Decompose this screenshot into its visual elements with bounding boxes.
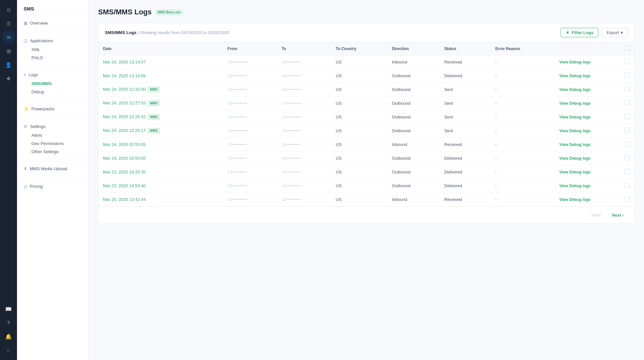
row-select-checkbox[interactable]: [625, 100, 630, 105]
sidebar-item-sms-mms[interactable]: SMS/MMS: [17, 80, 89, 88]
main-content: SMS/MMS Logs MMS Beta Live SMS/MMS Logs …: [89, 0, 644, 360]
row-select-checkbox[interactable]: [625, 169, 630, 174]
table-row: Mar 23, 2020 18:20:3513••••••••••14•••••…: [98, 165, 635, 179]
view-debug-link[interactable]: View Debug logs: [559, 184, 591, 188]
cell-status: Received: [440, 138, 491, 152]
view-debug-link[interactable]: View Debug logs: [559, 101, 591, 106]
row-select-checkbox[interactable]: [625, 114, 630, 119]
cell-to: 18••••••••••: [277, 55, 331, 69]
cell-view-debug: View Debug logs: [555, 69, 620, 83]
sidebar-item-overview[interactable]: ▦ Overview: [17, 18, 89, 28]
col-checkbox: [620, 42, 635, 55]
view-debug-link[interactable]: View Debug logs: [559, 142, 591, 147]
sidebar-item-alerts[interactable]: Alerts: [17, 131, 89, 139]
cell-date[interactable]: Mar 24, 2020 02:55:05: [98, 152, 223, 165]
sidebar-item-xml[interactable]: XML: [17, 45, 89, 54]
sidebar-item-phlo[interactable]: PHLO: [17, 54, 89, 62]
next-button[interactable]: Next ›: [608, 211, 628, 220]
cell-date[interactable]: Mar 24, 2020 12:25:17MMS: [98, 124, 223, 138]
cell-checkbox: [620, 55, 635, 69]
view-debug-link[interactable]: View Debug logs: [559, 197, 591, 202]
date-link[interactable]: Mar 24, 2020 13:14:06: [103, 73, 146, 78]
overview-icon: ▦: [24, 21, 27, 26]
cell-checkbox: [620, 97, 635, 110]
cell-checkbox: [620, 69, 635, 83]
sidebar-item-other-settings[interactable]: Other Settings: [17, 148, 89, 156]
date-link[interactable]: Mar 23, 2020 18:20:35: [103, 170, 146, 174]
view-debug-link[interactable]: View Debug logs: [559, 170, 591, 174]
date-link[interactable]: Mar 23, 2020 14:53:40: [103, 183, 146, 188]
date-link[interactable]: Mar 24, 2020 12:32:00: [103, 87, 146, 92]
cell-view-debug: View Debug logs: [555, 55, 620, 69]
row-select-checkbox[interactable]: [625, 196, 630, 202]
export-button[interactable]: Export ▾: [602, 28, 628, 37]
cell-date[interactable]: Mar 24, 2020 02:55:05: [98, 138, 223, 152]
cell-direction: Outbound: [387, 179, 440, 193]
view-debug-link[interactable]: View Debug logs: [559, 87, 591, 92]
cell-to-country: US: [331, 55, 387, 69]
col-direction: Direction: [387, 42, 440, 55]
home-icon[interactable]: ⊙: [3, 4, 14, 16]
layers-nav-icon[interactable]: ❖: [3, 73, 14, 84]
cell-date[interactable]: Mar 24, 2020 12:27:03MMS: [98, 97, 223, 110]
date-link[interactable]: Mar 20, 2020 13:42:44: [103, 197, 146, 202]
sidebar-item-geo-permissions[interactable]: Geo Permissions: [17, 139, 89, 148]
cell-status: Delivered: [440, 69, 491, 83]
cell-error-reason: -: [491, 138, 555, 152]
grid-nav-icon[interactable]: ⊞: [3, 45, 14, 57]
row-select-checkbox[interactable]: [625, 128, 630, 133]
cell-date[interactable]: Mar 23, 2020 18:20:35: [98, 165, 223, 179]
sidebar-item-applications[interactable]: ◫ Applications: [17, 36, 89, 45]
col-to-country: To Country: [331, 42, 387, 55]
sms-nav-icon[interactable]: ✉: [3, 31, 14, 43]
cell-checkbox: [620, 83, 635, 97]
view-debug-link[interactable]: View Debug logs: [559, 115, 591, 119]
sidebar-section-pricing: ◎ Pricing: [17, 179, 89, 194]
sidebar-item-logs[interactable]: ≡ Logs: [17, 70, 89, 80]
cell-to-country: US: [331, 138, 387, 152]
row-select-checkbox[interactable]: [625, 73, 630, 78]
view-debug-link[interactable]: View Debug logs: [559, 129, 591, 133]
view-debug-link[interactable]: View Debug logs: [559, 60, 591, 64]
bell-nav-icon[interactable]: 🔔: [3, 331, 14, 342]
date-link[interactable]: Mar 24, 2020 12:27:03: [103, 100, 146, 105]
sidebar-item-mms-media-upload[interactable]: ⬆ MMS Media Upload: [17, 164, 89, 173]
row-select-checkbox[interactable]: [625, 183, 630, 188]
sidebar-item-debug[interactable]: Debug: [17, 88, 89, 96]
globe-nav-icon[interactable]: ○: [3, 344, 14, 356]
prev-button[interactable]: ‹ Prev: [585, 211, 605, 220]
select-all-checkbox[interactable]: [625, 45, 630, 51]
view-debug-link[interactable]: View Debug logs: [559, 156, 591, 161]
date-link[interactable]: Mar 24, 2020 02:55:05: [103, 156, 146, 161]
row-select-checkbox[interactable]: [625, 59, 630, 64]
date-link[interactable]: Mar 24, 2020 12:25:17: [103, 128, 146, 133]
filter-logs-button[interactable]: ▼ Filter Logs: [561, 28, 598, 37]
sidebar-item-pricing[interactable]: ◎ Pricing: [17, 182, 89, 191]
cell-date[interactable]: Mar 23, 2020 14:53:40: [98, 179, 223, 193]
cell-error-reason: -: [491, 110, 555, 124]
cell-date[interactable]: Mar 24, 2020 13:14:06: [98, 69, 223, 83]
divider-6: [17, 177, 89, 178]
sidebar-item-label-applications: Applications: [30, 38, 53, 43]
people-nav-icon[interactable]: 👤: [3, 59, 14, 71]
row-select-checkbox[interactable]: [625, 155, 630, 160]
date-link[interactable]: Mar 24, 2020 13:14:07: [103, 60, 146, 64]
phone-icon[interactable]: ✆: [3, 18, 14, 29]
book-nav-icon[interactable]: 📖: [3, 303, 14, 315]
row-select-checkbox[interactable]: [625, 141, 630, 147]
cell-date[interactable]: Mar 24, 2020 12:26:32MMS: [98, 110, 223, 124]
date-link[interactable]: Mar 24, 2020 02:55:05: [103, 142, 146, 147]
sidebar-item-settings[interactable]: ⚙ Settings: [17, 122, 89, 131]
cell-view-debug: View Debug logs: [555, 110, 620, 124]
cell-date[interactable]: Mar 24, 2020 13:14:07: [98, 55, 223, 69]
view-debug-link[interactable]: View Debug logs: [559, 74, 591, 78]
help-nav-icon[interactable]: ?: [3, 317, 14, 329]
cell-date[interactable]: Mar 24, 2020 12:32:00MMS: [98, 83, 223, 97]
sidebar-item-powerpacks[interactable]: ⚡ Powerpacks: [17, 104, 89, 114]
cell-date[interactable]: Mar 20, 2020 13:42:44: [98, 193, 223, 207]
date-link[interactable]: Mar 24, 2020 12:26:32: [103, 114, 146, 119]
row-select-checkbox[interactable]: [625, 86, 630, 92]
cell-to: 14••••••••••: [277, 165, 331, 179]
cell-error-reason: -: [491, 55, 555, 69]
cell-direction: Outbound: [387, 110, 440, 124]
